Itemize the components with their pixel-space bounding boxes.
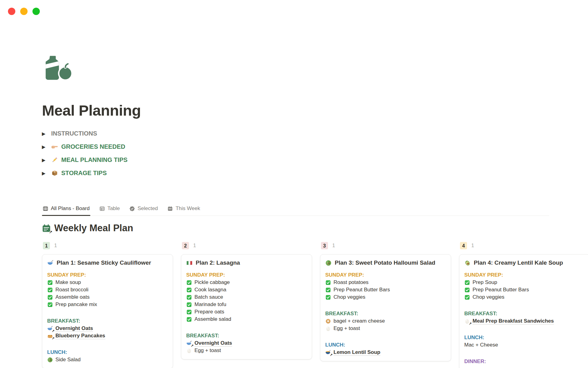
card-section-lunch: LUNCH:Side Salad xyxy=(47,349,168,363)
toggle-instructions[interactable]: ▶INSTRUCTIONS xyxy=(42,127,588,140)
board-column-3: 31Plan 3: Sweet Potato Halloumi SaladSUN… xyxy=(320,242,451,361)
page-link-arrow-icon: ↗ xyxy=(469,322,472,325)
tab-label: Table xyxy=(107,205,120,212)
card-item: bagel + cream cheese xyxy=(325,317,446,325)
column-badge[interactable]: 4 xyxy=(460,242,467,249)
toggle-storage-tips[interactable]: ▶STORAGE TIPS xyxy=(42,167,588,180)
tab-selected[interactable]: Selected xyxy=(129,204,158,216)
tab-table[interactable]: Table xyxy=(99,204,121,216)
tab-label: All Plans - Board xyxy=(51,205,90,212)
section-label: DINNER: xyxy=(464,358,585,365)
item-text: Prep pancake mix xyxy=(55,301,97,308)
toggle-triangle-icon[interactable]: ▶ xyxy=(42,171,51,176)
egg-icon xyxy=(186,348,192,354)
check-icon xyxy=(47,294,53,300)
calendar-icon xyxy=(167,206,173,212)
section-label: SUNDAY PREP: xyxy=(325,271,446,279)
item-text: Side Salad xyxy=(55,357,81,363)
card-section-sunday-prep: SUNDAY PREP:Roast potatoesPrep Peanut Bu… xyxy=(325,271,446,301)
card-section-sunday-prep: SUNDAY PREP:Prep SoupPrep Peanut Butter … xyxy=(464,271,585,301)
zoom-window-button[interactable] xyxy=(32,8,40,15)
card-item: Mac + Cheese xyxy=(464,341,585,349)
section-label: SUNDAY PREP: xyxy=(464,271,585,279)
column-count: 1 xyxy=(54,243,57,248)
card-plan-1-sesame-sticky-cauliflower[interactable]: Plan 1: Sesame Sticky CauliflowerSUNDAY … xyxy=(42,254,173,368)
check-icon xyxy=(325,280,331,286)
card-item: Cook lasagna xyxy=(186,286,307,293)
board-title: Weekly Meal Plan xyxy=(54,223,133,234)
card-item: Prep pancake mix xyxy=(47,301,168,308)
column-header: 31 xyxy=(321,242,451,250)
page-link-text[interactable]: Overnight Oats xyxy=(55,325,93,332)
toggle-label: STORAGE TIPS xyxy=(61,170,107,177)
column-badge[interactable]: 1 xyxy=(43,242,50,249)
card-item: Prep Peanut Butter Bars xyxy=(464,286,585,293)
page-link-text[interactable]: Meal Prep Breakfast Sandwiches xyxy=(473,318,554,324)
card-item: Prepare oats xyxy=(186,308,307,316)
package-box-icon xyxy=(51,170,58,177)
item-text: Cook lasagna xyxy=(194,287,226,293)
toggle-triangle-icon[interactable]: ▶ xyxy=(42,131,51,136)
window-controls xyxy=(8,8,40,15)
section-label: SUNDAY PREP: xyxy=(47,271,168,279)
page-link-arrow-icon: ↗ xyxy=(49,230,52,234)
section-label: LUNCH: xyxy=(325,341,446,349)
item-text: Assemble salad xyxy=(194,316,231,322)
board-view-icon xyxy=(43,206,48,212)
card-item: Chop veggies xyxy=(464,293,585,301)
card-section-sunday-prep: SUNDAY PREP:Pickle cabbageCook lasagnaBa… xyxy=(186,271,307,323)
column-badge[interactable]: 2 xyxy=(182,242,189,249)
card-title-row: Plan 4: Creamy Lentil Kale Soup xyxy=(464,259,585,267)
tab-all-plans-board[interactable]: All Plans - Board xyxy=(42,204,90,216)
card-plan-4-creamy-lentil-kale-soup[interactable]: Plan 4: Creamy Lentil Kale SoupSUNDAY PR… xyxy=(459,254,588,368)
soup-bowl-icon: ↗ xyxy=(325,350,331,355)
check-icon xyxy=(325,294,331,300)
check-icon xyxy=(186,302,192,308)
italy-flag-icon xyxy=(186,260,193,266)
green-salad-icon xyxy=(47,357,53,363)
column-header: 11 xyxy=(43,242,173,250)
column-header: 41 xyxy=(460,242,588,250)
card-item-link: ↗Overnight Oats xyxy=(186,339,307,347)
page-link-arrow-icon: ↗ xyxy=(330,353,333,357)
page-link-text[interactable]: Overnight Oats xyxy=(194,340,232,347)
table-view-icon xyxy=(99,206,105,212)
card-title-row: Plan 3: Sweet Potato Halloumi Salad xyxy=(325,259,446,267)
check-icon xyxy=(47,287,53,293)
item-text: Assemble oats xyxy=(55,294,90,300)
section-label: LUNCH: xyxy=(464,334,585,341)
page-link-text[interactable]: Lemon Lentil Soup xyxy=(334,349,380,356)
card-section-lunch: LUNCH:↗Lemon Lentil Soup xyxy=(325,341,446,356)
board-column-1: 11Plan 1: Sesame Sticky CauliflowerSUNDA… xyxy=(42,242,173,368)
check-icon xyxy=(186,280,192,286)
card-plan-2-lasagna[interactable]: Plan 2: LasagnaSUNDAY PREP:Pickle cabbag… xyxy=(181,254,312,359)
column-badge[interactable]: 3 xyxy=(321,242,328,249)
page-link-text[interactable]: Blueberry Pancakes xyxy=(55,332,105,339)
card-plan-3-sweet-potato-halloumi-salad[interactable]: Plan 3: Sweet Potato Halloumi SaladSUNDA… xyxy=(320,254,451,361)
toggle-label: INSTRUCTIONS xyxy=(51,130,97,137)
close-window-button[interactable] xyxy=(8,8,15,15)
minimize-window-button[interactable] xyxy=(20,8,28,15)
toggle-groceries-needed[interactable]: ▶GROCERIES NEEDED xyxy=(42,140,588,153)
check-icon xyxy=(186,316,192,322)
card-item: Assemble salad xyxy=(186,316,307,323)
toggle-triangle-icon[interactable]: ▶ xyxy=(42,158,51,163)
check-icon xyxy=(186,309,192,315)
kanban-board: 11Plan 1: Sesame Sticky CauliflowerSUNDA… xyxy=(42,242,588,368)
card-item: Egg + toast xyxy=(325,325,446,332)
tab-label: This Week xyxy=(175,205,200,212)
view-tab-bar: All Plans - BoardTableSelectedThis Week xyxy=(42,204,549,216)
toggle-meal-planning-tips[interactable]: ▶MEAL PLANNING TIPS xyxy=(42,153,588,167)
item-text: Pickle cabbage xyxy=(194,279,230,286)
bowl-spoon-icon: ↗ xyxy=(186,340,192,346)
card-section-breakfast: BREAKFAST:↗Overnight Oats↗Blueberry Panc… xyxy=(47,317,168,339)
card-title-row: Plan 1: Sesame Sticky Cauliflower xyxy=(47,259,168,267)
tab-this-week[interactable]: This Week xyxy=(167,204,201,216)
section-label: BREAKFAST: xyxy=(186,332,307,339)
grocery-jug-apple-icon[interactable] xyxy=(42,54,74,82)
board-title-row[interactable]: ↗ Weekly Meal Plan xyxy=(42,223,588,234)
card-item: Pickle cabbage xyxy=(186,279,307,286)
check-icon xyxy=(186,287,192,293)
egg-icon xyxy=(325,326,331,332)
toggle-triangle-icon[interactable]: ▶ xyxy=(42,144,51,149)
